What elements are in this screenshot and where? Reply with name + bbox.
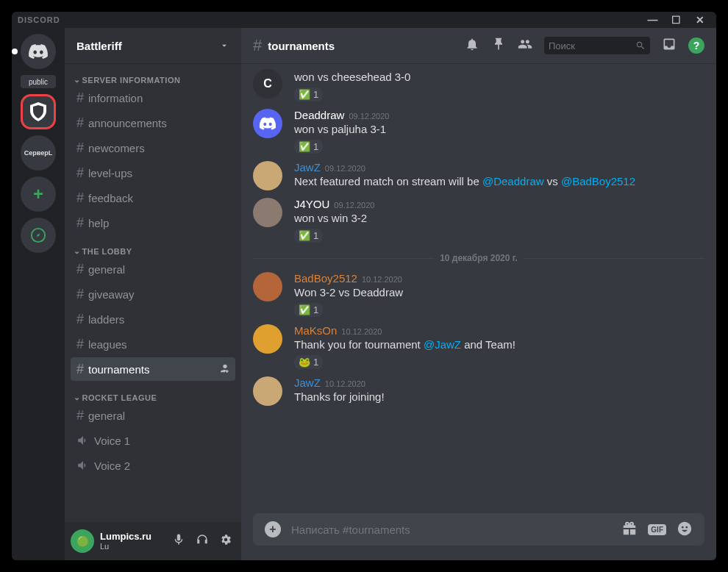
close-button[interactable]: ✕ bbox=[690, 12, 710, 27]
channel-general[interactable]: #general bbox=[71, 404, 235, 427]
user-name: Lumpics.ru bbox=[100, 531, 151, 543]
members-button[interactable] bbox=[518, 37, 532, 54]
attach-button[interactable]: + bbox=[265, 521, 281, 537]
server-battleriff[interactable] bbox=[21, 94, 56, 129]
channel-tournaments[interactable]: #tournaments bbox=[71, 357, 235, 381]
discord-logo-icon bbox=[28, 41, 49, 62]
reaction[interactable]: 🐸1 bbox=[294, 355, 323, 369]
user-status: Lu bbox=[100, 542, 151, 551]
avatar[interactable] bbox=[253, 272, 282, 301]
hash-icon: # bbox=[76, 362, 84, 377]
channel-feedback[interactable]: #feedback bbox=[71, 186, 235, 210]
help-button[interactable]: ? bbox=[688, 37, 704, 54]
avatar[interactable] bbox=[253, 376, 282, 406]
mention[interactable]: @Deaddraw bbox=[482, 175, 544, 187]
timestamp: 09.12.2020 bbox=[334, 201, 374, 210]
hash-icon: # bbox=[76, 287, 84, 302]
channel-newcomers[interactable]: #newcomers bbox=[71, 136, 235, 160]
channel-giveaway[interactable]: #giveaway bbox=[71, 282, 235, 306]
message: JawZ10.12.2020Thanks for joining! bbox=[253, 371, 704, 407]
avatar[interactable] bbox=[253, 198, 282, 227]
reaction[interactable]: ✅1 bbox=[294, 303, 323, 317]
message-content: won vs win 3-2 bbox=[294, 210, 704, 226]
explore-button[interactable] bbox=[21, 218, 56, 253]
inbox-icon bbox=[662, 37, 677, 51]
gift-icon bbox=[621, 521, 638, 537]
hash-icon: # bbox=[76, 90, 84, 106]
channel-help[interactable]: #help bbox=[71, 211, 235, 235]
titlebar: DISCORD — ☐ ✕ bbox=[12, 12, 716, 28]
minimize-button[interactable]: — bbox=[643, 12, 663, 27]
timestamp: 10.12.2020 bbox=[325, 379, 365, 388]
message-author[interactable]: Deaddraw bbox=[294, 109, 344, 121]
message: BadBoy251210.12.2020Won 3-2 vs Deaddraw✅… bbox=[253, 266, 704, 318]
hash-icon: # bbox=[76, 215, 84, 231]
reaction[interactable]: ✅1 bbox=[294, 140, 323, 154]
emoji-button[interactable] bbox=[677, 521, 693, 539]
speaker-icon bbox=[76, 434, 90, 447]
reaction[interactable]: ✅1 bbox=[294, 87, 323, 101]
pinned-button[interactable] bbox=[491, 37, 506, 54]
category-header[interactable]: ⌄SERVER INFORMATION bbox=[71, 75, 235, 85]
mention[interactable]: @JawZ bbox=[424, 338, 461, 351]
channel-Voice-1[interactable]: Voice 1 bbox=[71, 429, 235, 452]
timestamp: 09.12.2020 bbox=[349, 112, 389, 121]
channel-information[interactable]: #information bbox=[71, 86, 235, 110]
server-header[interactable]: Battleriff bbox=[65, 28, 241, 63]
messages-list: Cwon vs cheesehead 3-0✅1Deaddraw09.12.20… bbox=[241, 63, 716, 513]
channel-leagues[interactable]: #leagues bbox=[71, 332, 235, 356]
gear-icon bbox=[219, 533, 232, 546]
message-content: won vs cheesehead 3-0 bbox=[294, 69, 704, 85]
add-user-icon[interactable] bbox=[218, 362, 229, 376]
gift-button[interactable] bbox=[621, 521, 638, 539]
bell-icon bbox=[465, 37, 479, 51]
notification-button[interactable] bbox=[465, 37, 479, 54]
user-avatar[interactable]: 🟢 bbox=[71, 529, 94, 553]
message-content: won vs paljuha 3-1 bbox=[294, 121, 704, 137]
hash-icon: # bbox=[76, 165, 84, 181]
message-author[interactable]: MaKsOn bbox=[294, 324, 337, 337]
message-author[interactable]: JawZ bbox=[294, 376, 321, 389]
speaker-icon bbox=[76, 459, 90, 472]
public-folder[interactable]: public bbox=[21, 75, 56, 88]
channel-Voice-2[interactable]: Voice 2 bbox=[71, 454, 235, 477]
pin-icon bbox=[491, 37, 506, 51]
avatar[interactable] bbox=[253, 324, 282, 354]
guild-list: public СерверL + bbox=[12, 28, 65, 560]
chat-area: # tournaments Поиск ? Cwon vs cheesehead… bbox=[241, 28, 716, 560]
maximize-button[interactable]: ☐ bbox=[666, 12, 687, 27]
hash-icon: # bbox=[253, 36, 262, 55]
server-2[interactable]: СерверL bbox=[21, 135, 56, 171]
reaction[interactable]: ✅1 bbox=[294, 229, 323, 243]
settings-button[interactable] bbox=[216, 530, 235, 552]
message-author[interactable]: J4YOU bbox=[294, 198, 329, 210]
mention[interactable]: @BadBoy2512 bbox=[561, 175, 635, 187]
message-author[interactable]: BadBoy2512 bbox=[294, 272, 357, 285]
search-icon bbox=[635, 40, 646, 51]
category-header[interactable]: ⌄ROCKET LEAGUE bbox=[71, 393, 235, 402]
channel-announcements[interactable]: #announcements bbox=[71, 111, 235, 135]
mute-button[interactable] bbox=[169, 530, 188, 552]
message-input[interactable]: + Написать #tournaments GIF bbox=[253, 513, 704, 546]
avatar[interactable] bbox=[253, 161, 282, 190]
home-button[interactable] bbox=[21, 34, 56, 69]
message: J4YOU09.12.2020won vs win 3-2✅1 bbox=[253, 192, 704, 244]
emoji-icon bbox=[677, 521, 693, 537]
hash-icon: # bbox=[76, 262, 84, 277]
message-author[interactable]: JawZ bbox=[294, 161, 321, 174]
avatar[interactable]: C bbox=[253, 69, 282, 99]
avatar[interactable] bbox=[253, 109, 282, 138]
channel-level-ups[interactable]: #level-ups bbox=[71, 161, 235, 185]
channel-general[interactable]: #general bbox=[71, 257, 235, 281]
category-header[interactable]: ⌄THE LOBBY bbox=[71, 246, 235, 256]
search-input[interactable]: Поиск bbox=[544, 37, 650, 54]
channel-ladders[interactable]: #ladders bbox=[71, 307, 235, 331]
svg-point-1 bbox=[678, 521, 691, 535]
deafen-button[interactable] bbox=[193, 530, 212, 552]
headphones-icon bbox=[196, 533, 209, 546]
gif-button[interactable]: GIF bbox=[648, 524, 666, 535]
shield-icon bbox=[27, 101, 49, 123]
inbox-button[interactable] bbox=[662, 37, 677, 54]
add-server-button[interactable]: + bbox=[21, 176, 56, 212]
hash-icon: # bbox=[76, 312, 84, 327]
